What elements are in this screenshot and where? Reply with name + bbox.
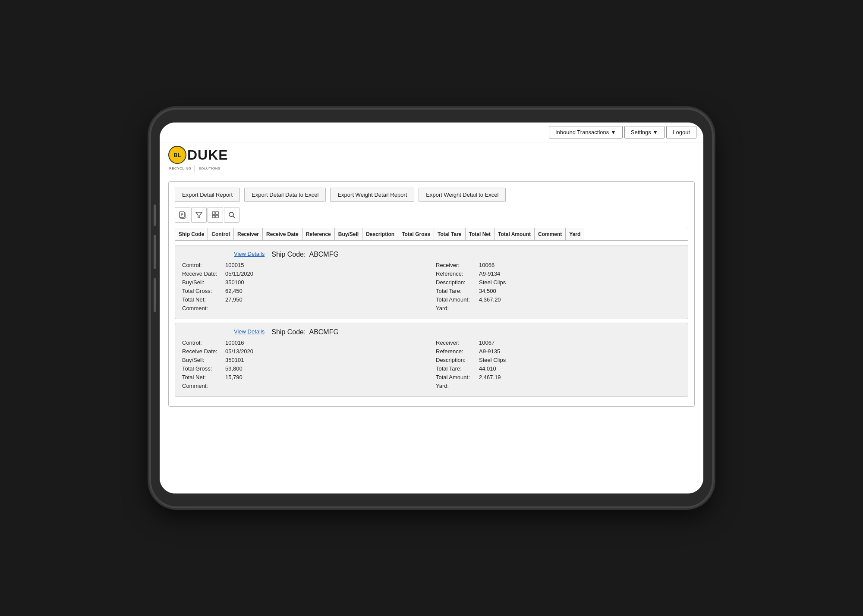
header-area: BL DUKE RECYCLING SOLUTIONS [160,142,703,175]
col-header-total-gross[interactable]: Total Gross [398,228,434,240]
col-header-buy-sell[interactable]: Buy/Sell [335,228,362,240]
settings-menu[interactable]: Settings ▼ [624,126,665,138]
description-label-1: Description: [436,279,479,286]
logo-duke-text: DUKE [187,148,228,162]
transaction-card-2: View Details Ship Code: ABCMFG Control: … [175,323,688,397]
total-amount-value-1: 4,367.20 [479,296,501,303]
control-label-1: Control: [182,262,225,268]
side-button-3[interactable] [154,278,156,312]
col-header-control[interactable]: Control [208,228,234,240]
export-weight-report-button[interactable]: Export Weight Detail Report [330,188,414,202]
yard-label-2: Yard: [436,383,479,389]
total-gross-label-1: Total Gross: [182,288,225,294]
field-buy-sell-2: Buy/Sell: 350101 [182,357,427,363]
total-net-label-1: Total Net: [182,296,225,303]
field-total-gross-2: Total Gross: 59,800 [182,365,427,372]
control-value-2: 100016 [225,339,244,346]
description-value-1: Steel Clips [479,279,506,286]
card-body-2: Control: 100016 Receive Date: 05/13/2020… [182,339,681,391]
control-value-1: 100015 [225,262,244,268]
view-details-link-1[interactable]: View Details [234,251,265,258]
description-value-2: Steel Clips [479,357,506,363]
total-net-label-2: Total Net: [182,374,225,380]
card-body-1: Control: 100015 Receive Date: 05/11/2020… [182,262,681,314]
content-box: Export Detail Report Export Detail Data … [168,181,695,407]
search-icon-button[interactable] [224,207,239,223]
top-nav: Inbound Transactions ▼ Settings ▼ Logout [160,123,703,142]
buy-sell-value-2: 350101 [225,357,244,363]
transaction-card-1: View Details Ship Code: ABCMFG Control: … [175,245,688,319]
field-receiver-2: Receiver: 10067 [436,339,681,346]
yard-label-1: Yard: [436,305,479,311]
export-detail-excel-button[interactable]: Export Detail Data to Excel [244,188,326,202]
description-label-2: Description: [436,357,479,363]
reference-label-1: Reference: [436,270,479,277]
field-control-2: Control: 100016 [182,339,427,346]
search-icon [228,211,236,219]
export-weight-excel-button[interactable]: Export Weight Detail to Excel [419,188,506,202]
filter-icon-button[interactable] [191,207,207,223]
field-total-tare-2: Total Tare: 44,010 [436,365,681,372]
field-reference-2: Reference: A9-9135 [436,348,681,355]
buy-sell-value-1: 350100 [225,279,244,286]
svg-rect-6 [212,212,215,214]
column-headers: Ship Code Control Receiver Receive Date … [175,228,688,241]
col-header-total-net[interactable]: Total Net [466,228,494,240]
logout-button[interactable]: Logout [666,126,696,138]
ship-code-row-1: Ship Code: ABCMFG [271,251,339,258]
control-label-2: Control: [182,339,225,346]
ship-code-row-2: Ship Code: ABCMFG [271,328,339,336]
logo-circle: BL [168,146,186,164]
side-button-1[interactable] [154,204,156,226]
receive-date-label-1: Receive Date: [182,270,225,277]
field-reference-1: Reference: A9-9134 [436,270,681,277]
field-total-tare-1: Total Tare: 34,500 [436,288,681,294]
view-details-link-2[interactable]: View Details [234,328,265,336]
comment-label-2: Comment: [182,383,225,389]
svg-rect-7 [216,212,218,214]
field-yard-2: Yard: [436,383,681,389]
tablet-screen: Inbound Transactions ▼ Settings ▼ Logout… [160,123,703,493]
field-total-net-1: Total Net: 27,950 [182,296,427,303]
receive-date-value-1: 05/11/2020 [225,270,253,277]
side-button-2[interactable] [154,235,156,269]
main-content: Export Detail Report Export Detail Data … [160,175,703,493]
copy-icon-button[interactable] [175,207,190,223]
total-tare-label-1: Total Tare: [436,288,479,294]
total-tare-value-1: 34,500 [479,288,496,294]
field-receive-date-1: Receive Date: 05/11/2020 [182,270,427,277]
total-gross-value-1: 62,450 [225,288,243,294]
field-buy-sell-1: Buy/Sell: 350100 [182,279,427,286]
col-header-description[interactable]: Description [362,228,398,240]
ship-code-value-2: ABCMFG [309,328,338,336]
col-header-total-amount[interactable]: Total Amount [494,228,535,240]
field-total-amount-1: Total Amount: 4,367.20 [436,296,681,303]
card-col-right-2: Receiver: 10067 Reference: A9-9135 Descr… [436,339,681,391]
filter-icon [195,211,203,219]
col-header-reference[interactable]: Reference [302,228,335,240]
total-net-value-1: 27,950 [225,296,243,303]
col-header-comment[interactable]: Comment [535,228,566,240]
toolbar-icons [175,207,688,223]
field-comment-2: Comment: [182,383,427,389]
col-header-ship-code[interactable]: Ship Code [175,228,208,240]
col-header-receive-date[interactable]: Receive Date [263,228,302,240]
receive-date-label-2: Receive Date: [182,348,225,355]
export-buttons-row: Export Detail Report Export Detail Data … [175,188,688,202]
total-amount-value-2: 2,467.19 [479,374,501,380]
reference-value-1: A9-9134 [479,270,500,277]
ship-code-value-1: ABCMFG [309,251,338,258]
total-amount-label-1: Total Amount: [436,296,479,303]
grid-icon-button[interactable] [208,207,223,223]
svg-rect-8 [212,215,215,218]
card-col-left-2: Control: 100016 Receive Date: 05/13/2020… [182,339,427,391]
total-gross-value-2: 59,800 [225,365,243,372]
total-tare-label-2: Total Tare: [436,365,479,372]
col-header-total-tare[interactable]: Total Tare [434,228,466,240]
col-header-receiver[interactable]: Receiver [234,228,263,240]
export-detail-report-button[interactable]: Export Detail Report [175,188,240,202]
inbound-transactions-menu[interactable]: Inbound Transactions ▼ [549,126,623,138]
col-header-yard[interactable]: Yard [566,228,584,240]
card-top-row-1: View Details Ship Code: ABCMFG [182,251,681,258]
logo-sub-right: SOLUTIONS [198,167,220,170]
